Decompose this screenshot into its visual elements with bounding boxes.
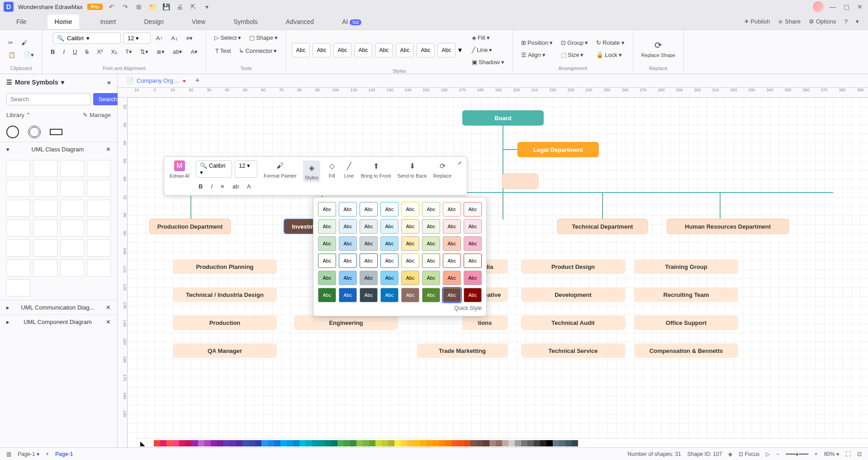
zoom-slider[interactable]: ━━━●━━━ (786, 451, 808, 457)
shape-thumb[interactable] (6, 160, 30, 177)
node-tech-design[interactable]: Technical / Industria Design (173, 287, 277, 302)
color-swatch[interactable] (432, 440, 439, 446)
shape-thumb[interactable] (33, 220, 57, 237)
style-option[interactable]: Abc (318, 219, 336, 234)
node-tech-service[interactable]: Technical Service (521, 343, 625, 358)
line-button[interactable]: ╱ Line ▾ (469, 45, 507, 55)
node-legal[interactable]: Legal Department (517, 142, 599, 157)
fill-mode-icon[interactable]: ◣ (138, 440, 147, 447)
font-size-select[interactable]: 12 ▾ (123, 33, 151, 44)
text-style-icon[interactable]: ab▾ (170, 47, 185, 57)
shape-thumb[interactable] (33, 200, 57, 217)
color-swatch[interactable] (325, 440, 331, 446)
color-swatch[interactable] (299, 440, 306, 446)
color-swatch[interactable] (496, 440, 502, 446)
color-swatch[interactable] (173, 440, 179, 446)
increase-font-icon[interactable]: A↑ (153, 33, 166, 44)
symbol-search-input[interactable] (6, 93, 90, 105)
color-swatch[interactable] (230, 440, 236, 446)
add-tab-icon[interactable]: + (195, 76, 200, 85)
menu-design[interactable]: Design (137, 14, 171, 29)
ft-expand-icon[interactable]: ⤢ (458, 160, 461, 165)
shadow-button[interactable]: ▣ Shadow ▾ (469, 57, 507, 67)
color-swatch[interactable] (356, 440, 363, 446)
lock-button[interactable]: 🔒 Lock ▾ (593, 50, 627, 60)
node-production-dept[interactable]: Production Department (149, 219, 231, 234)
color-swatch[interactable] (483, 440, 489, 446)
style-option[interactable]: Abc (401, 288, 419, 302)
color-swatch[interactable] (198, 440, 204, 446)
zoom-out-icon[interactable]: − (776, 451, 779, 457)
style-option[interactable]: Abc (401, 271, 419, 285)
shape-thumb[interactable] (60, 259, 84, 277)
style-option[interactable]: Abc (360, 253, 378, 268)
color-swatch[interactable] (502, 440, 508, 446)
style-option[interactable]: Abc (339, 219, 357, 234)
save-icon[interactable]: 💾 (161, 2, 171, 11)
shape-thumb[interactable] (6, 220, 30, 237)
style-option[interactable]: Abc (443, 219, 461, 234)
paste-icon[interactable]: 📄▾ (21, 50, 37, 60)
style-option[interactable]: Abc (443, 271, 461, 285)
style-option[interactable]: Abc (318, 271, 336, 285)
style-option[interactable]: Abc (464, 253, 482, 268)
fit-icon[interactable]: ⛶ (845, 451, 851, 457)
color-swatch[interactable] (540, 440, 546, 446)
fullscreen-icon[interactable]: ⊡ (857, 451, 862, 457)
print-icon[interactable]: 🖨 (175, 2, 184, 11)
style-option[interactable]: Abc (422, 288, 440, 302)
node-training[interactable]: Training Group (634, 259, 738, 274)
color-swatch[interactable] (331, 440, 337, 446)
shape-thumb[interactable] (87, 200, 111, 217)
ft-bold-icon[interactable]: B (196, 181, 205, 192)
list-icon[interactable]: ≣▾ (154, 47, 167, 57)
bold-icon[interactable]: B (48, 47, 57, 57)
color-swatch[interactable] (477, 440, 483, 446)
page-select[interactable]: Page-1 ▾ (18, 451, 39, 457)
more-icon[interactable]: ▾ (202, 2, 211, 11)
color-swatch[interactable] (268, 440, 274, 446)
color-swatch[interactable] (160, 440, 166, 446)
menu-advanced[interactable]: Advanced (279, 14, 321, 29)
style-swatch[interactable]: Abc (396, 43, 414, 57)
style-option[interactable]: Abc (360, 236, 378, 251)
color-swatch[interactable] (439, 440, 445, 446)
node-tech-audit[interactable]: Technical Audit (521, 315, 625, 330)
color-swatch[interactable] (280, 440, 287, 446)
color-swatch[interactable] (445, 440, 451, 446)
ft-italic-icon[interactable]: I (208, 181, 215, 192)
category-uml-comm[interactable]: ▸ UML Communication Diag... ✕ (0, 300, 117, 314)
style-option[interactable]: Abc (380, 288, 398, 302)
focus-button[interactable]: ⊡ Focus (739, 451, 759, 457)
style-option[interactable]: Abc (339, 253, 357, 268)
ft-line-button[interactable]: ╱Line (344, 160, 355, 178)
color-swatch[interactable] (166, 440, 173, 446)
shape-thumb[interactable] (6, 200, 30, 217)
color-swatch[interactable] (179, 440, 185, 446)
close-category-icon[interactable]: ✕ (106, 304, 111, 311)
color-swatch[interactable] (489, 440, 496, 446)
style-option[interactable]: Abc (360, 202, 378, 216)
brush-icon[interactable]: 🖌 (19, 38, 30, 48)
style-option[interactable]: Abc (380, 236, 398, 251)
color-swatch[interactable] (287, 440, 293, 446)
case-icon[interactable]: T▾ (123, 47, 135, 57)
edraw-ai-button[interactable]: M Edraw AI (170, 160, 190, 178)
shape-thumb[interactable] (60, 160, 84, 177)
color-swatch[interactable] (464, 440, 470, 446)
publish-button[interactable]: ✈ Publish (744, 18, 770, 25)
shape-thumb[interactable] (60, 239, 84, 257)
chevron-down-icon[interactable]: ▾ (856, 18, 859, 25)
redo-icon[interactable]: ↷ (121, 2, 130, 11)
shape-thumb[interactable] (33, 180, 57, 197)
decrease-font-icon[interactable]: A↓ (168, 33, 180, 44)
style-swatch[interactable]: Abc (354, 43, 372, 57)
fill-button[interactable]: ◈ Fill ▾ (469, 33, 507, 43)
align-button[interactable]: ☰ Align ▾ (518, 50, 555, 60)
new-icon[interactable]: ⊞ (134, 2, 143, 11)
style-swatch[interactable]: Abc (417, 43, 435, 57)
style-option[interactable]: Abc (464, 271, 482, 285)
color-swatch[interactable] (192, 440, 198, 446)
help-icon[interactable]: ? (844, 18, 848, 25)
shape-thumb[interactable] (33, 259, 57, 277)
